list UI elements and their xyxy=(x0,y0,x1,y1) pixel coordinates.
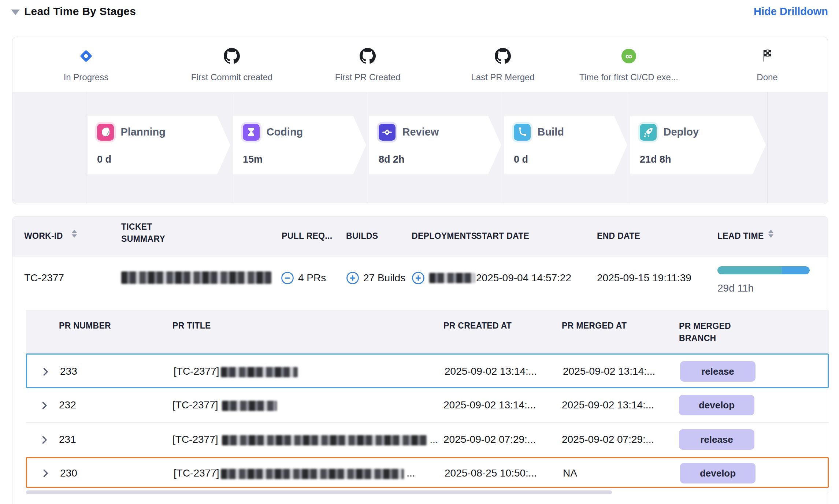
col-lead-time[interactable]: LEAD TIME xyxy=(717,231,764,241)
pr-created-at: 2025-09-02 13:14:... xyxy=(443,399,536,411)
hide-drilldown-link[interactable]: Hide Drilldown xyxy=(754,5,828,18)
builds-count[interactable]: 27 Builds xyxy=(363,272,405,284)
col-ticket-summary: TICKET SUMMARY xyxy=(121,221,194,245)
col-pr-number: PR NUMBER xyxy=(59,321,111,331)
redacted-pr-title xyxy=(221,469,404,479)
page-title: Lead Time By Stages xyxy=(24,5,136,18)
pr-title: [TC-2377] ... xyxy=(174,467,415,479)
pr-number: 231 xyxy=(59,434,76,445)
stage-duration: 8d 2h xyxy=(379,154,405,165)
minus-circle-icon[interactable] xyxy=(281,271,294,286)
milestone-label: Last PR Merged xyxy=(430,72,576,82)
stage-duration: 0 d xyxy=(97,154,111,165)
branch-badge: release xyxy=(679,429,754,450)
pr-row-230[interactable]: 230 [TC-2377] ... 2025-08-25 10:50:... N… xyxy=(26,457,829,488)
pr-merged-at: 2025-09-02 13:14:... xyxy=(562,399,654,411)
plus-circle-icon[interactable] xyxy=(346,271,359,286)
col-deployments: DEPLOYMENTS xyxy=(412,231,477,241)
redacted-pr-title xyxy=(221,367,298,377)
plus-circle-icon[interactable] xyxy=(412,271,425,286)
redacted-pr-title xyxy=(222,435,427,445)
redacted-ticket-summary xyxy=(121,271,271,284)
col-pr-title: PR TITLE xyxy=(172,321,211,331)
pr-table-header: PR NUMBER PR TITLE PR CREATED AT PR MERG… xyxy=(26,310,829,353)
pr-title: [TC-2377] xyxy=(172,399,277,411)
chevron-right-icon[interactable] xyxy=(39,434,50,447)
col-pr-created-at: PR CREATED AT xyxy=(443,321,512,331)
pr-row-233[interactable]: 233 [TC-2377] 2025-09-02 13:14:... 2025-… xyxy=(26,353,829,388)
pr-row-232[interactable]: 232 [TC-2377] 2025-09-02 13:14:... 2025-… xyxy=(26,388,829,423)
stage-review: Review 8d 2h xyxy=(369,116,501,174)
triangle-down-icon xyxy=(11,10,20,15)
pr-title: [TC-2377] ... xyxy=(172,434,438,445)
pr-number: 232 xyxy=(59,399,76,411)
branch-badge: develop xyxy=(679,395,754,415)
checkered-flag-icon xyxy=(760,48,775,63)
collapse-toggle[interactable] xyxy=(11,10,20,15)
stage-name: Planning xyxy=(120,126,165,138)
github-icon xyxy=(495,48,511,64)
horizontal-scrollbar-thumb[interactable] xyxy=(26,490,612,494)
stage-build: Build 0 d xyxy=(504,116,627,174)
stage-duration: 0 d xyxy=(514,154,528,165)
col-work-id[interactable]: WORK-ID xyxy=(24,231,63,241)
github-icon xyxy=(360,48,376,64)
lead-time-bar-teal xyxy=(717,266,782,274)
work-id-value: TC-2377 xyxy=(24,272,64,284)
work-row[interactable]: TC-2377 4 PRs 27 Builds 2025-09-04 14:57… xyxy=(12,257,828,299)
chevron-right-icon[interactable] xyxy=(39,400,50,412)
pr-merged-at: 2025-09-02 13:14:... xyxy=(563,366,655,377)
milestone-label: Time for first CI/CD exe... xyxy=(556,72,702,82)
pr-title-suffix: ... xyxy=(406,467,415,479)
milestone-label: Done xyxy=(694,72,839,82)
pipeline-branch-icon xyxy=(514,124,531,141)
planning-icon xyxy=(97,124,114,141)
lead-time-bar xyxy=(717,266,810,274)
divider xyxy=(232,92,232,203)
col-pull-requests: PULL REQ... xyxy=(282,231,332,241)
col-end-date: END DATE xyxy=(597,231,640,241)
col-pr-merged-at: PR MERGED AT xyxy=(562,321,627,331)
stage-name: Deploy xyxy=(663,126,699,138)
pr-number: 233 xyxy=(60,366,77,377)
divider xyxy=(368,92,368,203)
lead-time-bar-blue xyxy=(782,266,810,274)
divider xyxy=(767,92,768,203)
stage-duration: 15m xyxy=(243,154,263,165)
branch-badge: develop xyxy=(680,463,756,483)
pr-table: PR NUMBER PR TITLE PR CREATED AT PR MERG… xyxy=(26,310,829,493)
pr-merged-at: 2025-09-02 07:29:... xyxy=(562,434,654,445)
col-pr-merged-branch: PR MERGED BRANCH xyxy=(679,320,745,345)
hourglass-icon xyxy=(243,124,260,141)
pr-title: [TC-2377] xyxy=(174,366,298,377)
stage-name: Review xyxy=(402,126,439,138)
pr-row-231[interactable]: 231 [TC-2377] ... 2025-09-02 07:29:... 2… xyxy=(26,423,829,457)
milestone-label: In Progress xyxy=(13,72,159,82)
pull-requests-count[interactable]: 4 PRs xyxy=(298,272,326,284)
github-icon xyxy=(224,48,240,64)
merge-node-icon xyxy=(379,124,396,141)
lead-time-stages-panel: ∞ In Progress First Commit created First… xyxy=(12,37,828,204)
stage-name: Build xyxy=(537,126,564,138)
branch-badge: release xyxy=(680,361,756,382)
stage-duration: 21d 8h xyxy=(640,154,671,165)
rocket-icon xyxy=(640,124,657,141)
pr-title-prefix: [TC-2377] xyxy=(174,467,219,479)
end-date-value: 2025-09-15 19:11:39 xyxy=(597,272,691,284)
cicd-infinity-icon: ∞ xyxy=(621,49,636,63)
divider xyxy=(86,92,86,203)
work-table-header: WORK-ID TICKET SUMMARY PULL REQ... BUILD… xyxy=(12,216,828,257)
pr-created-at: 2025-09-02 13:14:... xyxy=(445,366,537,377)
stage-planning: Planning 0 d xyxy=(88,116,230,174)
pr-title-suffix: ... xyxy=(430,434,438,445)
lead-time-value: 29d 11h xyxy=(717,282,754,294)
col-start-date: START DATE xyxy=(476,231,529,241)
chevron-right-icon[interactable] xyxy=(40,468,51,480)
pr-number: 230 xyxy=(60,467,77,479)
sort-icon[interactable] xyxy=(768,230,773,238)
pr-created-at: 2025-08-25 10:50:... xyxy=(445,467,537,479)
chevron-right-icon[interactable] xyxy=(40,366,51,379)
sort-icon[interactable] xyxy=(72,230,77,238)
pr-title-prefix: [TC-2377] xyxy=(172,399,218,411)
drilldown-table: WORK-ID TICKET SUMMARY PULL REQ... BUILD… xyxy=(12,216,828,504)
